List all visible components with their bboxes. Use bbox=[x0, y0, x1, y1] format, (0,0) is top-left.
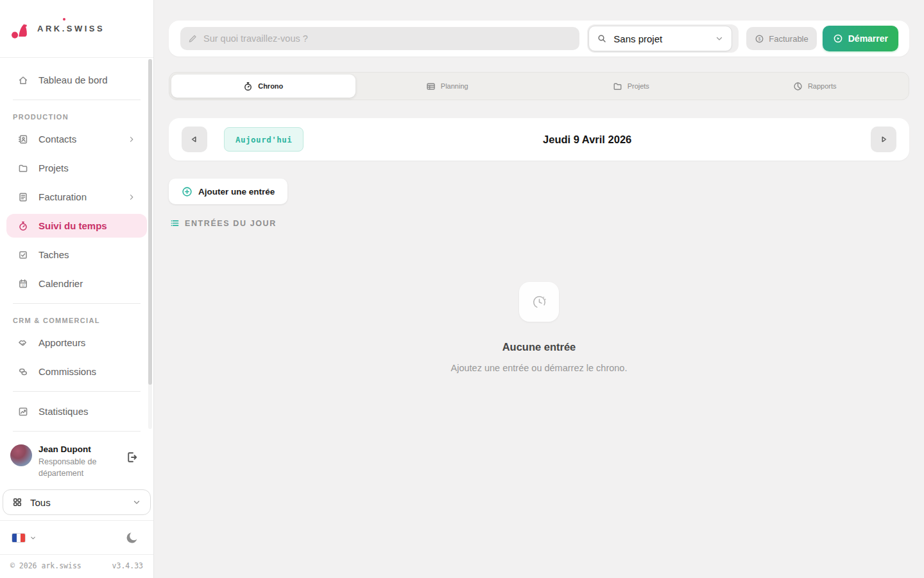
logout-button[interactable] bbox=[125, 448, 143, 466]
current-date: Jeudi 9 Avril 2026 bbox=[304, 134, 871, 146]
main-content: Sans projet $ Facturable Démarrer Chrono… bbox=[154, 0, 924, 578]
sidebar: ARK.SWISS Tableau de bord PRODUCTION Con… bbox=[0, 0, 154, 578]
dollar-circle-icon: $ bbox=[755, 34, 764, 44]
chevron-right-icon bbox=[128, 193, 135, 201]
sidebar-item-label: Apporteurs bbox=[38, 337, 85, 348]
scope-value: Tous bbox=[30, 497, 51, 508]
sidebar-item-projets[interactable]: Projets bbox=[6, 156, 147, 180]
timer-toolbar: Sans projet $ Facturable Démarrer bbox=[169, 21, 909, 57]
brand-name: ARK.SWISS bbox=[37, 24, 105, 33]
coins-icon bbox=[18, 367, 28, 377]
sidebar-item-taches[interactable]: Taches bbox=[6, 243, 147, 267]
plus-circle-icon bbox=[182, 186, 193, 197]
scope-select[interactable]: Tous bbox=[3, 489, 151, 515]
sidebar-item-label: Calendrier bbox=[38, 278, 83, 289]
date-navigation: Aujourd'hui Jeudi 9 Avril 2026 bbox=[169, 118, 909, 161]
brand-logo-icon bbox=[10, 19, 31, 39]
folder-icon bbox=[18, 163, 28, 173]
checkbox-icon bbox=[18, 250, 28, 260]
next-day-button[interactable] bbox=[871, 127, 896, 152]
add-entry-label: Ajouter une entrée bbox=[198, 187, 275, 197]
table-icon bbox=[426, 82, 436, 91]
handshake-icon bbox=[18, 338, 28, 348]
contacts-icon bbox=[18, 134, 28, 144]
sidebar-item-dashboard[interactable]: Tableau de bord bbox=[6, 68, 147, 92]
avatar[interactable] bbox=[10, 444, 32, 466]
tab-rapports[interactable]: Rapports bbox=[723, 74, 907, 98]
start-timer-button[interactable]: Démarrer bbox=[823, 26, 898, 51]
scrollbar-thumb[interactable] bbox=[148, 59, 152, 385]
project-select-wrap: Sans projet bbox=[587, 24, 739, 53]
previous-day-button[interactable] bbox=[182, 127, 207, 152]
sidebar-footer: © 2026 ark.swiss v3.4.33 bbox=[0, 554, 153, 578]
search-icon bbox=[597, 33, 607, 44]
sidebar-scrollbar[interactable] bbox=[148, 59, 152, 429]
user-meta: Jean Dupont Responsable de département bbox=[38, 444, 125, 479]
empty-state-title: Aucune entrée bbox=[502, 341, 576, 353]
project-select[interactable]: Sans projet bbox=[588, 26, 732, 51]
sidebar-item-label: Taches bbox=[38, 249, 69, 260]
add-entry-button[interactable]: Ajouter une entrée bbox=[169, 179, 287, 204]
empty-state: Aucune entrée Ajoutez une entrée ou déma… bbox=[169, 282, 909, 373]
divider bbox=[13, 100, 141, 100]
sidebar-item-label: Facturation bbox=[38, 191, 87, 202]
task-description-input[interactable] bbox=[180, 27, 579, 50]
stopwatch-icon bbox=[243, 82, 253, 91]
sidebar-item-contacts[interactable]: Contacts bbox=[6, 127, 147, 151]
sidebar-item-label: Contacts bbox=[38, 134, 76, 144]
clock-icon bbox=[531, 293, 548, 311]
stopwatch-icon bbox=[18, 221, 28, 231]
user-role: Responsable de département bbox=[38, 456, 121, 479]
sidebar-item-calendrier[interactable]: 12 Calendrier bbox=[6, 272, 147, 295]
logout-icon bbox=[125, 451, 138, 464]
dark-mode-toggle[interactable] bbox=[125, 529, 142, 546]
sidebar-item-statistiques[interactable]: Statistiques bbox=[6, 399, 147, 423]
sidebar-nav: Tableau de bord PRODUCTION Contacts Proj… bbox=[0, 58, 153, 435]
section-title-crm: CRM & COMMERCIAL bbox=[13, 317, 141, 324]
section-title-production: PRODUCTION bbox=[13, 113, 141, 121]
calendar-icon: 12 bbox=[18, 279, 28, 289]
version-text: v3.4.33 bbox=[112, 561, 143, 570]
tab-planning[interactable]: Planning bbox=[355, 74, 540, 98]
sidebar-item-facturation[interactable]: Facturation bbox=[6, 185, 147, 209]
divider bbox=[13, 431, 141, 432]
folder-icon bbox=[613, 82, 622, 91]
copyright-text: © 2026 ark.swiss bbox=[10, 561, 81, 570]
start-label: Démarrer bbox=[848, 33, 888, 44]
empty-state-subtitle: Ajoutez une entrée ou démarrez le chrono… bbox=[451, 363, 628, 373]
chevron-down-icon[interactable] bbox=[30, 534, 37, 541]
sidebar-item-label: Statistiques bbox=[38, 406, 89, 417]
tab-label: Planning bbox=[441, 82, 468, 90]
language-row bbox=[0, 520, 153, 554]
divider bbox=[13, 391, 141, 392]
tab-projets[interactable]: Projets bbox=[539, 74, 723, 98]
view-tabs: Chrono Planning Projets Rapports bbox=[169, 72, 909, 100]
empty-state-icon-card bbox=[519, 282, 559, 322]
user-card: Jean Dupont Responsable de département bbox=[0, 435, 153, 487]
tab-label: Rapports bbox=[808, 82, 837, 90]
sidebar-item-commissions[interactable]: Commissions bbox=[6, 360, 147, 383]
triangle-right-icon bbox=[878, 134, 889, 144]
sidebar-item-label: Suivi du temps bbox=[38, 220, 107, 231]
scope-area: Tous bbox=[0, 487, 153, 520]
list-icon bbox=[170, 218, 180, 228]
user-name: Jean Dupont bbox=[38, 444, 125, 454]
sidebar-item-suivi-du-temps[interactable]: Suivi du temps bbox=[6, 214, 147, 238]
task-input-wrap bbox=[180, 27, 579, 50]
svg-text:$: $ bbox=[758, 36, 761, 40]
tab-label: Chrono bbox=[258, 82, 283, 90]
tab-label: Projets bbox=[628, 82, 649, 90]
triangle-left-icon bbox=[189, 134, 200, 144]
billable-toggle[interactable]: $ Facturable bbox=[746, 27, 816, 50]
france-flag-icon[interactable] bbox=[12, 533, 26, 543]
entries-section-header: ENTRÉES DU JOUR bbox=[169, 218, 909, 228]
project-select-value: Sans projet bbox=[613, 33, 662, 44]
chart-icon bbox=[18, 407, 28, 417]
play-circle-icon bbox=[833, 33, 843, 44]
billable-label: Facturable bbox=[769, 34, 808, 44]
entries-section-title: ENTRÉES DU JOUR bbox=[185, 219, 277, 228]
sidebar-item-apporteurs[interactable]: Apporteurs bbox=[6, 331, 147, 355]
today-button[interactable]: Aujourd'hui bbox=[224, 127, 304, 152]
tab-chrono[interactable]: Chrono bbox=[171, 74, 355, 98]
chevron-down-icon bbox=[132, 498, 141, 507]
